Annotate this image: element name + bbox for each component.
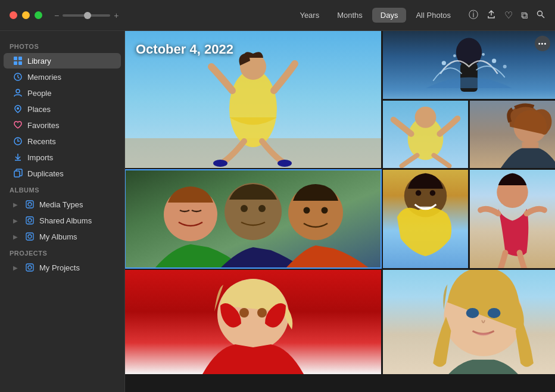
sidebar-item-library-label: Library: [27, 57, 51, 66]
tab-months[interactable]: Months: [329, 8, 371, 23]
svg-point-29: [492, 59, 496, 63]
photo-small-jump[interactable]: [383, 101, 468, 169]
titlebar: − + Years Months Days All Photos ⓘ ♡ ⧉: [0, 0, 555, 31]
info-icon[interactable]: ⓘ: [469, 9, 478, 21]
sidebar-section-photos: Photos: [0, 38, 124, 52]
sidebar-item-favorites[interactable]: Favorites: [4, 117, 121, 133]
sidebar: Photos Library Memories: [0, 31, 125, 392]
svg-point-50: [430, 190, 436, 196]
date-header: October 4, 2022: [136, 42, 233, 57]
library-icon: [13, 56, 23, 66]
traffic-lights: [10, 11, 42, 19]
photo-content: October 4, 2022: [125, 31, 555, 392]
svg-point-0: [538, 11, 542, 15]
zoom-control: − +: [54, 11, 119, 20]
small-photos-row: [383, 101, 555, 169]
tab-years[interactable]: Years: [291, 8, 328, 23]
expand-icon-shared-albums: ▶: [13, 217, 18, 224]
sidebar-item-library[interactable]: Library: [4, 53, 121, 69]
svg-point-21: [229, 70, 277, 147]
svg-point-45: [304, 207, 310, 214]
maximize-button[interactable]: [35, 11, 42, 19]
svg-point-46: [322, 207, 328, 214]
my-albums-icon: [25, 232, 35, 241]
sidebar-item-recents[interactable]: Recents: [4, 133, 121, 149]
zoom-slider[interactable]: [63, 14, 110, 17]
sidebar-item-imports[interactable]: Imports: [4, 150, 121, 165]
sidebar-item-favorites-label: Favorites: [27, 121, 59, 130]
sidebar-section-projects: Projects: [0, 245, 124, 259]
slideshow-icon[interactable]: ⧉: [521, 10, 528, 21]
sidebar-item-my-projects-label: My Projects: [39, 263, 80, 272]
shared-albums-icon: [25, 216, 35, 225]
search-icon[interactable]: [536, 10, 545, 21]
svg-rect-17: [26, 264, 33, 271]
memories-icon: [13, 72, 23, 82]
sidebar-item-shared-albums[interactable]: ▶ Shared Albums: [4, 213, 121, 228]
expand-icon-media-types: ▶: [13, 201, 18, 208]
sidebar-item-media-types[interactable]: ▶ Media Types: [4, 197, 121, 212]
svg-point-14: [28, 219, 32, 222]
close-button[interactable]: [10, 11, 17, 19]
sidebar-item-duplicates[interactable]: Duplicates: [4, 166, 121, 181]
svg-point-18: [28, 266, 32, 269]
photo-beach-guy[interactable]: [383, 170, 468, 268]
imports-icon: [13, 153, 23, 162]
svg-point-32: [503, 65, 507, 69]
svg-point-31: [482, 53, 485, 56]
svg-point-23: [213, 160, 227, 167]
svg-point-49: [416, 190, 422, 196]
photo-blonde-girl[interactable]: [383, 270, 555, 374]
main-layout: Photos Library Memories: [0, 31, 555, 392]
svg-rect-11: [26, 201, 33, 208]
svg-rect-4: [14, 61, 17, 65]
sidebar-item-people[interactable]: People: [4, 85, 121, 101]
svg-rect-5: [18, 61, 22, 65]
photo-red-girl[interactable]: [125, 270, 381, 374]
sidebar-item-places[interactable]: Places: [4, 101, 121, 117]
sidebar-item-imports-label: Imports: [27, 153, 53, 162]
photo-grid: •••: [125, 31, 555, 392]
sidebar-item-places-label: Places: [27, 105, 51, 114]
my-projects-icon: [25, 263, 35, 272]
toolbar-icons: ⓘ ♡ ⧉: [469, 9, 545, 21]
svg-point-30: [453, 54, 456, 57]
svg-rect-10: [14, 171, 20, 177]
svg-point-16: [28, 235, 32, 238]
zoom-slider-thumb[interactable]: [84, 12, 91, 19]
svg-point-7: [16, 89, 20, 93]
photo-beach-dance[interactable]: [470, 170, 555, 268]
heart-icon[interactable]: ♡: [504, 10, 513, 21]
svg-point-26: [456, 38, 482, 67]
svg-point-8: [17, 107, 19, 110]
sidebar-item-media-types-label: Media Types: [39, 200, 83, 209]
tab-all-photos[interactable]: All Photos: [407, 8, 459, 23]
right-col-top: •••: [383, 31, 555, 168]
places-icon: [13, 104, 23, 114]
photo-portrait-woman[interactable]: [470, 101, 555, 169]
svg-line-1: [542, 15, 545, 18]
row2-right: [383, 170, 555, 268]
photo-friends-selfie[interactable]: [125, 170, 381, 268]
more-options-button[interactable]: •••: [535, 36, 550, 51]
sidebar-item-shared-albums-label: Shared Albums: [39, 216, 92, 225]
photo-water-splash[interactable]: •••: [383, 31, 555, 99]
svg-point-35: [415, 106, 436, 127]
sidebar-item-my-projects[interactable]: ▶ My Projects: [4, 260, 121, 275]
favorites-icon: [13, 120, 23, 130]
sidebar-item-memories-label: Memories: [27, 73, 61, 82]
tab-group: Years Months Days All Photos: [291, 8, 459, 23]
minimize-button[interactable]: [22, 11, 30, 19]
share-icon[interactable]: [487, 10, 496, 21]
sidebar-item-my-albums[interactable]: ▶ My Albums: [4, 229, 121, 244]
tab-days[interactable]: Days: [372, 8, 407, 23]
zoom-minus-button[interactable]: −: [54, 11, 59, 20]
svg-point-59: [466, 308, 479, 318]
svg-point-12: [28, 203, 32, 206]
sidebar-item-people-label: People: [27, 89, 51, 98]
svg-point-28: [442, 61, 446, 65]
zoom-plus-button[interactable]: +: [114, 11, 119, 20]
sidebar-item-memories[interactable]: Memories: [4, 69, 121, 85]
svg-rect-2: [14, 57, 17, 60]
recents-icon: [13, 136, 23, 146]
